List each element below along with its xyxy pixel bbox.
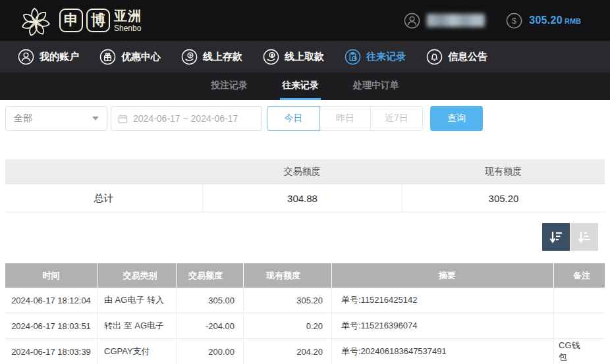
table-row: 2024-06-17 18:03:51 转出 至 AG电子 -204.00 0.… [5, 313, 605, 339]
nav-item-my-account[interactable]: 我的账户 [18, 49, 79, 65]
flower-logo-icon [17, 3, 54, 39]
cell-amount: 200.00 [177, 339, 244, 364]
cell-amount: -204.00 [177, 313, 244, 338]
chevron-down-icon [92, 117, 99, 120]
deposit-coin-hand-icon [181, 49, 198, 65]
col-header-balance: 现有额度 [244, 263, 332, 288]
cell-remark [554, 288, 605, 313]
header-account-area: $ 305.20RMB [404, 0, 581, 41]
date-range-input[interactable]: 2024-06-17 ~ 2024-06-17 [111, 106, 262, 131]
summary-total-transaction: 304.88 [202, 184, 402, 212]
sort-ascending-button[interactable] [570, 223, 598, 251]
col-header-remark: 备注 [554, 263, 605, 288]
yesterday-button[interactable]: 昨日 [319, 106, 371, 131]
tab-pending-orders[interactable]: 处理中订单 [351, 72, 401, 100]
withdraw-coin-hand-icon: $ [263, 49, 279, 65]
summary-total-label: 总计 [5, 184, 202, 212]
nav-item-announcements[interactable]: 信息公告 [426, 49, 487, 65]
dollar-circle-icon: $ [506, 13, 522, 29]
nav-label: 往来记录 [366, 51, 406, 63]
remark-text: CG钱包 [559, 340, 586, 363]
svg-text:$: $ [271, 53, 273, 57]
tab-label: 往来记录 [282, 80, 319, 91]
nav-label: 我的账户 [40, 51, 79, 63]
cell-time: 2024-06-17 18:03:39 [5, 339, 97, 364]
tab-bet-records[interactable]: 投注记录 [209, 72, 250, 100]
col-header-time: 时间 [5, 263, 97, 288]
col-header-summary: 摘要 [332, 263, 554, 288]
cell-amount: 305.00 [177, 288, 244, 313]
cell-type: CGPAY支付 [97, 339, 177, 364]
page: 申 博 亚洲 Shenbo $ 305.20RMB [0, 0, 610, 364]
nav-item-deposit[interactable]: 线上存款 [181, 49, 242, 65]
table-row: 2024-06-17 18:03:39 CGPAY支付 200.00 204.2… [5, 339, 605, 364]
user-circle-icon [18, 49, 34, 65]
top-header: 申 博 亚洲 Shenbo $ 305.20RMB [0, 0, 610, 41]
calendar-icon [118, 114, 128, 124]
sort-ascending-icon [576, 229, 592, 245]
balance-amount: 305.20 [529, 14, 563, 26]
main-nav: 我的账户 优惠中心 线上存款 [0, 41, 610, 72]
nav-item-transaction-records[interactable]: 往来记录 [345, 49, 406, 65]
nav-item-withdraw[interactable]: $ 线上取款 [263, 49, 324, 65]
last-7-days-button[interactable]: 近7日 [370, 106, 423, 131]
cell-balance: 204.20 [244, 339, 332, 364]
bell-icon [426, 49, 443, 65]
cell-summary: 单号:202406183647537491 [332, 339, 554, 364]
type-select[interactable]: 全部 [5, 106, 107, 131]
summary-total-balance: 305.20 [402, 184, 605, 212]
subtab-bar: 投注记录 往来记录 处理中订单 [0, 72, 610, 100]
tab-transaction-records[interactable]: 往来记录 [280, 72, 321, 100]
sort-descending-icon [548, 229, 564, 245]
balance-display: 305.20RMB [529, 14, 581, 26]
cell-summary: 单号:115216425142 [332, 288, 554, 313]
nav-label: 优惠中心 [121, 51, 161, 63]
cell-time: 2024-06-17 18:12:04 [5, 288, 97, 313]
tab-label: 投注记录 [211, 80, 248, 91]
cell-balance: 0.20 [244, 313, 332, 338]
records-header-row: 时间 交易类别 交易额度 现有额度 摘要 备注 [5, 263, 605, 288]
brand-char-bo: 博 [86, 9, 110, 32]
date-range-value: 2024-06-17 ~ 2024-06-17 [133, 113, 238, 124]
nav-label: 线上取款 [285, 51, 324, 63]
sort-controls [542, 223, 598, 251]
cell-type: 转出 至 AG电子 [97, 313, 177, 338]
query-button[interactable]: 查询 [430, 106, 483, 131]
summary-total-row: 总计 304.88 305.20 [5, 184, 605, 213]
brand-characters: 申 博 [59, 9, 110, 32]
brand-char-shen: 申 [59, 9, 83, 32]
cell-balance: 305.20 [244, 288, 332, 313]
brand-region-block: 亚洲 Shenbo [114, 9, 142, 32]
summary-header-balance: 现有额度 [402, 159, 605, 184]
nav-label: 线上存款 [203, 51, 242, 63]
quick-range-group: 今日 昨日 近7日 [267, 106, 423, 131]
nav-label: 信息公告 [448, 51, 487, 63]
cell-time: 2024-06-17 18:03:51 [5, 313, 97, 338]
brand-subtitle-text: Shenbo [114, 24, 142, 32]
svg-text:$: $ [512, 16, 516, 26]
cell-summary: 单号:115216396074 [332, 313, 554, 338]
brand-region-text: 亚洲 [114, 9, 142, 22]
type-select-value: 全部 [14, 113, 32, 124]
sort-descending-button[interactable] [542, 223, 570, 251]
summary-table: 交易额度 现有额度 总计 304.88 305.20 [5, 159, 605, 213]
clipboard-clock-icon [345, 49, 361, 65]
cell-remark: CG钱包 [554, 339, 605, 364]
cell-type: 由 AG电子 转入 [97, 288, 177, 313]
summary-header-transaction: 交易额度 [202, 159, 402, 184]
nav-item-promotions[interactable]: 优惠中心 [99, 49, 161, 65]
tab-label: 处理中订单 [353, 80, 399, 91]
summary-header-row: 交易额度 现有额度 [5, 159, 605, 184]
account-person-icon [404, 13, 420, 29]
col-header-amount: 交易额度 [177, 263, 244, 288]
cell-remark [554, 313, 605, 338]
brand-logo[interactable]: 申 博 亚洲 Shenbo [17, 1, 142, 39]
today-button[interactable]: 今日 [267, 106, 320, 131]
summary-header-empty [5, 159, 202, 184]
records-table: 时间 交易类别 交易额度 现有额度 摘要 备注 2024-06-17 18:12… [5, 263, 605, 364]
balance-currency: RMB [565, 17, 581, 25]
col-header-type: 交易类别 [97, 263, 177, 288]
gift-icon [99, 49, 116, 65]
username-blurred [427, 14, 485, 27]
table-row: 2024-06-17 18:12:04 由 AG电子 转入 305.00 305… [5, 288, 605, 313]
